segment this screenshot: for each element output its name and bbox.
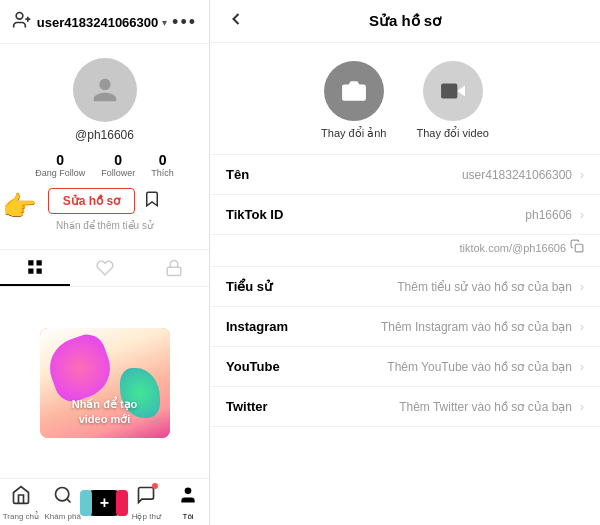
create-card-line1: Nhấn để tạo — [72, 398, 138, 410]
home-icon — [11, 485, 31, 510]
tab-grid[interactable] — [0, 250, 70, 286]
nav-discover-label: Khám phá — [44, 512, 80, 521]
svg-point-11 — [349, 88, 358, 97]
change-video-option[interactable]: Thay đổi video — [416, 61, 488, 140]
instagram-label: Instagram — [226, 319, 296, 334]
discover-icon — [53, 485, 73, 510]
profile-header: user4183241066300 ▾ ••• — [0, 0, 209, 44]
edit-profile-button[interactable]: Sửa hồ sơ — [48, 188, 135, 214]
form-row-bio[interactable]: Tiểu sử Thêm tiểu sử vào hồ sơ của bạn › — [210, 267, 600, 307]
bio-chevron-icon: › — [580, 280, 584, 294]
content-area: Nhấn để tạo video mới — [0, 287, 209, 478]
form-row-name[interactable]: Tên user4183241066300 › — [210, 155, 600, 195]
edit-profile-title: Sửa hồ sơ — [369, 12, 441, 30]
svg-point-8 — [55, 488, 68, 501]
more-options-icon[interactable]: ••• — [172, 12, 197, 33]
following-count: 0 — [56, 152, 64, 168]
nav-inbox[interactable]: Hộp thư — [125, 485, 167, 521]
youtube-value: Thêm YouTube vào hồ sơ của bạn — [387, 360, 572, 374]
form-row-youtube[interactable]: YouTube Thêm YouTube vào hồ sơ của bạn › — [210, 347, 600, 387]
likes-count: 0 — [159, 152, 167, 168]
edit-profile-header: Sửa hồ sơ — [210, 0, 600, 43]
name-value-area: user4183241066300 › — [296, 168, 584, 182]
following-label: Đang Follow — [35, 168, 85, 178]
twitter-label: Twitter — [226, 399, 296, 414]
form-row-instagram[interactable]: Instagram Thêm Instagram vào hồ sơ của b… — [210, 307, 600, 347]
nav-profile[interactable]: Tôi — [167, 485, 209, 521]
bottom-nav: Trang chủ Khám phá + Hộp thư Tôi — [0, 478, 209, 525]
likes-label: Thích — [151, 168, 174, 178]
username-area[interactable]: user4183241066300 ▾ — [37, 15, 167, 30]
nav-discover[interactable]: Khám phá — [42, 485, 84, 521]
nav-add-wrap[interactable]: + — [84, 485, 126, 521]
copy-icon[interactable] — [570, 239, 584, 256]
stats-row: 0 Đang Follow 0 Follower 0 Thích — [35, 152, 174, 178]
bio-hint: Nhấn để thêm tiểu sử — [56, 220, 153, 231]
change-video-label: Thay đổi video — [416, 127, 488, 140]
svg-point-0 — [16, 13, 23, 20]
username-chevron-icon: ▾ — [162, 17, 167, 28]
create-card-line2: video mới — [79, 413, 131, 425]
change-photo-label: Thay đổi ảnh — [321, 127, 386, 140]
svg-rect-4 — [36, 260, 41, 265]
bio-value: Thêm tiểu sử vào hồ sơ của bạn — [397, 280, 572, 294]
tiktokid-value: ph16606 — [525, 208, 572, 222]
add-user-icon[interactable] — [12, 10, 32, 35]
create-card-text: Nhấn để tạo video mới — [72, 397, 138, 428]
svg-point-10 — [185, 488, 192, 495]
nav-inbox-label: Hộp thư — [132, 512, 161, 521]
youtube-value-area: Thêm YouTube vào hồ sơ của bạn › — [296, 360, 584, 374]
stat-followers[interactable]: 0 Follower — [101, 152, 135, 178]
svg-rect-13 — [441, 83, 457, 98]
tiktokid-label: TikTok ID — [226, 207, 296, 222]
action-row: 👉 Sửa hồ sơ — [48, 188, 161, 214]
arrow-pointer-icon: 👉 — [2, 190, 37, 223]
edit-form: Tên user4183241066300 › TikTok ID ph1660… — [210, 155, 600, 525]
svg-line-9 — [67, 499, 71, 503]
nav-home-label: Trang chủ — [3, 512, 39, 521]
form-row-tiktokid[interactable]: TikTok ID ph16606 › — [210, 195, 600, 235]
stat-following[interactable]: 0 Đang Follow — [35, 152, 85, 178]
profile-icon — [178, 485, 198, 510]
nav-home[interactable]: Trang chủ — [0, 485, 42, 521]
instagram-chevron-icon: › — [580, 320, 584, 334]
photo-circle — [324, 61, 384, 121]
tiktok-link-row: tiktok.com/@ph16606 — [210, 235, 600, 267]
left-panel: user4183241066300 ▾ ••• @ph16606 0 Đang … — [0, 0, 210, 525]
svg-rect-6 — [36, 269, 41, 274]
username-label: user4183241066300 — [37, 15, 158, 30]
inbox-icon — [136, 485, 156, 510]
bookmark-icon[interactable] — [143, 190, 161, 213]
youtube-label: YouTube — [226, 359, 296, 374]
form-row-twitter[interactable]: Twitter Thêm Twitter vào hồ sơ của bạn › — [210, 387, 600, 427]
stat-likes[interactable]: 0 Thích — [151, 152, 174, 178]
svg-rect-7 — [167, 267, 181, 275]
add-plus-icon: + — [100, 494, 109, 512]
twitter-value: Thêm Twitter vào hồ sơ của bạn — [399, 400, 572, 414]
add-button[interactable]: + — [86, 490, 122, 516]
content-tabs — [0, 249, 209, 287]
tiktok-link-text: tiktok.com/@ph16606 — [459, 242, 566, 254]
create-video-card[interactable]: Nhấn để tạo video mới — [40, 328, 170, 438]
name-chevron-icon: › — [580, 168, 584, 182]
twitter-value-area: Thêm Twitter vào hồ sơ của bạn › — [296, 400, 584, 414]
tiktokid-chevron-icon: › — [580, 208, 584, 222]
name-label: Tên — [226, 167, 296, 182]
tiktokid-value-area: ph16606 › — [296, 208, 584, 222]
instagram-value: Thêm Instagram vào hồ sơ của bạn — [381, 320, 572, 334]
avatar[interactable] — [73, 58, 137, 122]
name-value: user4183241066300 — [462, 168, 572, 182]
svg-marker-12 — [457, 86, 465, 97]
nav-profile-label: Tôi — [183, 512, 194, 521]
tab-liked[interactable] — [70, 250, 140, 286]
youtube-chevron-icon: › — [580, 360, 584, 374]
back-icon[interactable] — [226, 9, 246, 34]
right-panel: Sửa hồ sơ Thay đổi ảnh Thay đổi video Tê… — [210, 0, 600, 525]
svg-rect-3 — [28, 260, 33, 265]
media-options: Thay đổi ảnh Thay đổi video — [210, 43, 600, 155]
svg-rect-14 — [575, 244, 583, 252]
svg-rect-5 — [28, 269, 33, 274]
tab-private[interactable] — [139, 250, 209, 286]
change-photo-option[interactable]: Thay đổi ảnh — [321, 61, 386, 140]
profile-handle: @ph16606 — [75, 128, 134, 142]
